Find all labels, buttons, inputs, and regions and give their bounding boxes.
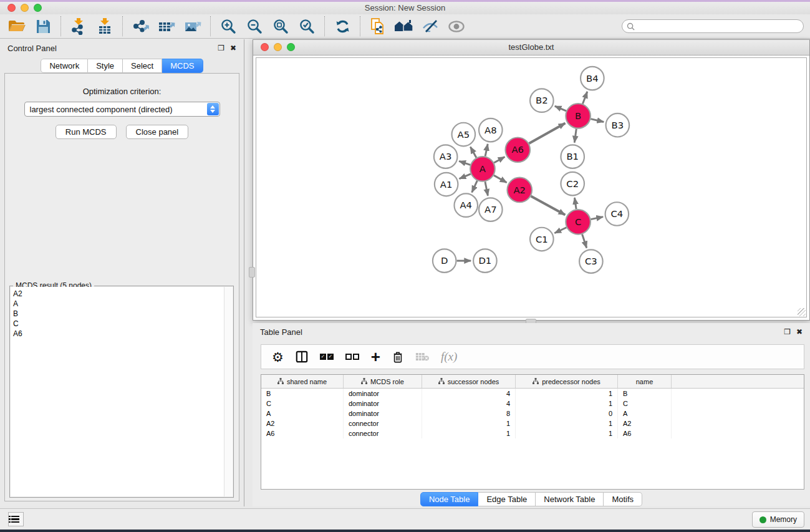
network-window-titlebar[interactable]: testGlobe.txt bbox=[253, 40, 809, 56]
graph-node-C2[interactable]: C2 bbox=[561, 172, 584, 196]
table-cell[interactable]: B bbox=[618, 389, 672, 399]
graph-edge-B-B1[interactable] bbox=[574, 128, 576, 142]
window-resize-grip[interactable] bbox=[798, 308, 806, 316]
graph-node-A3[interactable]: A3 bbox=[434, 145, 458, 168]
column-header-name[interactable]: name bbox=[618, 375, 672, 388]
table-tab-edge-table[interactable]: Edge Table bbox=[478, 492, 536, 506]
table-cell[interactable]: C bbox=[618, 399, 672, 409]
graph-node-B2[interactable]: B2 bbox=[530, 89, 554, 112]
node-table[interactable]: shared nameMCDS rolesuccessor nodesprede… bbox=[261, 374, 804, 490]
table-cell[interactable]: 1 bbox=[516, 428, 618, 438]
table-cell[interactable]: dominator bbox=[344, 399, 422, 409]
graph-edge-A2-C[interactable] bbox=[531, 196, 565, 215]
graph-node-A5[interactable]: A5 bbox=[452, 123, 476, 147]
import-network-icon[interactable] bbox=[65, 16, 92, 37]
show-all-icon[interactable] bbox=[443, 16, 470, 37]
close-panel-button[interactable]: Close panel bbox=[126, 125, 189, 139]
graph-edge-C-C4[interactable] bbox=[591, 217, 603, 220]
graph-node-A8[interactable]: A8 bbox=[479, 118, 503, 142]
table-cell[interactable]: A2 bbox=[261, 418, 344, 428]
table-cell[interactable]: connector bbox=[344, 428, 422, 438]
float-panel-icon[interactable]: ❒ bbox=[218, 44, 224, 52]
graph-edge-B-B3[interactable] bbox=[591, 119, 604, 122]
table-cell[interactable]: 1 bbox=[422, 418, 516, 428]
import-table-icon[interactable] bbox=[92, 16, 118, 37]
table-row[interactable]: A2connector11A2 bbox=[261, 418, 804, 428]
table-cell[interactable]: A2 bbox=[618, 418, 672, 428]
run-mcds-button[interactable]: Run MCDS bbox=[55, 125, 117, 139]
graph-edge-A-A4[interactable] bbox=[472, 181, 478, 193]
column-header-shared-name[interactable]: shared name bbox=[261, 375, 344, 388]
result-item[interactable]: A6 bbox=[13, 329, 233, 339]
table-row[interactable]: Adominator80A bbox=[261, 409, 804, 418]
graph-edge-B-B2[interactable] bbox=[555, 106, 566, 111]
column-header-predecessor-nodes[interactable]: predecessor nodes bbox=[516, 375, 618, 388]
table-tab-network-table[interactable]: Network Table bbox=[536, 492, 604, 506]
open-file-icon[interactable] bbox=[4, 16, 30, 37]
graph-edge-A-A5[interactable] bbox=[470, 147, 476, 157]
criterion-select[interactable]: largest connected component (directed) bbox=[24, 102, 220, 117]
graph-edge-A-A6[interactable] bbox=[494, 157, 504, 163]
memory-button[interactable]: Memory bbox=[752, 511, 804, 528]
graph-node-B1[interactable]: B1 bbox=[561, 145, 584, 168]
select-all-icon[interactable]: ✓✓ bbox=[320, 354, 334, 360]
table-cell[interactable]: 8 bbox=[422, 409, 516, 418]
graph-edge-C-C3[interactable] bbox=[582, 235, 587, 248]
export-table-icon[interactable] bbox=[153, 16, 180, 37]
table-cell[interactable]: B bbox=[261, 389, 344, 399]
result-item[interactable]: C bbox=[13, 319, 233, 329]
graph-edge-A-A1[interactable] bbox=[460, 174, 471, 179]
tab-mcds[interactable]: MCDS bbox=[162, 59, 203, 73]
graph-node-B4[interactable]: B4 bbox=[581, 67, 604, 90]
table-cell[interactable]: 4 bbox=[422, 399, 516, 409]
column-header-MCDS-role[interactable]: MCDS role bbox=[344, 375, 422, 388]
table-cell[interactable]: A bbox=[618, 409, 672, 418]
table-cell[interactable]: A6 bbox=[618, 428, 672, 438]
tab-style[interactable]: Style bbox=[88, 59, 123, 73]
table-tab-motifs[interactable]: Motifs bbox=[604, 492, 642, 506]
table-cell[interactable]: 1 bbox=[516, 418, 618, 428]
table-cell[interactable]: 0 bbox=[516, 409, 618, 418]
table-cell[interactable]: 1 bbox=[516, 399, 618, 409]
vertical-split-handle[interactable] bbox=[249, 267, 255, 278]
graph-node-B[interactable]: B bbox=[566, 104, 591, 128]
home-networks-icon[interactable] bbox=[391, 16, 417, 37]
table-cell[interactable]: connector bbox=[344, 418, 422, 428]
save-session-icon[interactable] bbox=[30, 16, 56, 37]
graph-node-C[interactable]: C bbox=[566, 210, 591, 235]
table-row[interactable]: Bdominator41B bbox=[261, 389, 804, 399]
column-header-successor-nodes[interactable]: successor nodes bbox=[422, 375, 516, 388]
graph-node-D[interactable]: D bbox=[433, 249, 456, 273]
zoom-in-icon[interactable] bbox=[215, 16, 241, 37]
graph-node-A[interactable]: A bbox=[470, 157, 495, 181]
graph-node-B3[interactable]: B3 bbox=[606, 114, 630, 137]
refresh-icon[interactable] bbox=[329, 16, 355, 37]
graph-node-C3[interactable]: C3 bbox=[579, 249, 603, 273]
deselect-all-icon[interactable] bbox=[345, 354, 359, 360]
result-item[interactable]: A2 bbox=[13, 289, 233, 299]
hide-selected-icon[interactable] bbox=[417, 16, 443, 37]
zoom-fit-icon[interactable] bbox=[268, 16, 294, 37]
table-cell[interactable]: 4 bbox=[422, 389, 516, 399]
close-panel-icon[interactable]: ✖ bbox=[796, 327, 803, 336]
close-panel-icon[interactable]: ✖ bbox=[230, 44, 236, 52]
graph-node-A4[interactable]: A4 bbox=[454, 193, 478, 217]
table-cell[interactable]: dominator bbox=[344, 409, 422, 418]
graph-edge-A-A8[interactable] bbox=[485, 144, 488, 157]
graph-node-A7[interactable]: A7 bbox=[479, 198, 503, 221]
table-cell[interactable]: A bbox=[261, 409, 344, 418]
graph-edge-C-C1[interactable] bbox=[554, 228, 566, 233]
table-cell[interactable]: 1 bbox=[516, 389, 618, 399]
network-canvas[interactable]: B4B2BB3B1A5A8A3A6AA1A2C2A4A7C4CC1C3DD1 bbox=[256, 57, 807, 317]
tab-select[interactable]: Select bbox=[123, 59, 162, 73]
table-row[interactable]: Cdominator41C bbox=[261, 399, 804, 409]
graph-node-C1[interactable]: C1 bbox=[530, 228, 554, 251]
graph-node-D1[interactable]: D1 bbox=[473, 249, 497, 273]
search-box[interactable] bbox=[622, 19, 804, 33]
graph-edge-A-A2[interactable] bbox=[494, 175, 507, 183]
graph-node-A1[interactable]: A1 bbox=[435, 173, 458, 196]
export-image-icon[interactable] bbox=[180, 16, 206, 37]
result-item[interactable]: A bbox=[13, 299, 233, 309]
columns-icon[interactable] bbox=[296, 351, 308, 363]
graph-edge-A6-B[interactable] bbox=[529, 123, 565, 143]
